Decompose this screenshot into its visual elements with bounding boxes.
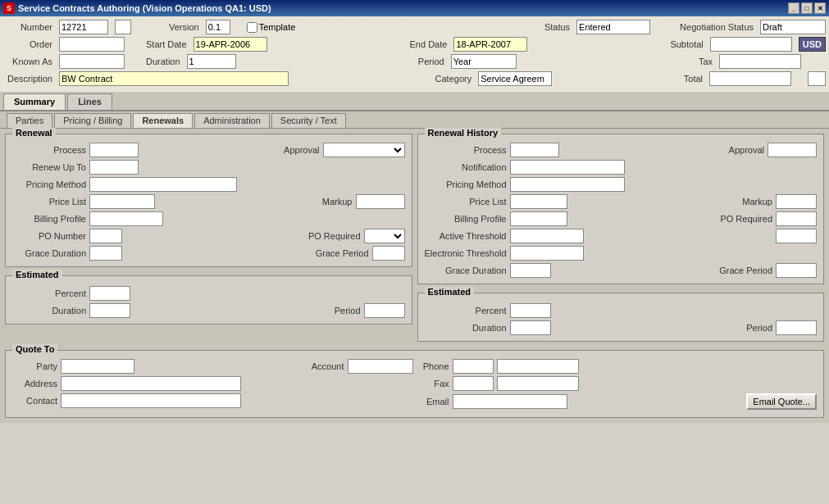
rh-process-label: Process (425, 145, 507, 155)
order-input[interactable] (59, 37, 125, 52)
tab-pricing-billing[interactable]: Pricing / Billing (54, 113, 131, 128)
account-label: Account (299, 361, 344, 371)
window-controls: _ □ ✕ (788, 2, 826, 14)
quote-to-title: Quote To (12, 344, 57, 354)
status-input[interactable] (576, 20, 650, 34)
hist-est-percent-label: Percent (425, 306, 507, 316)
total-input[interactable] (709, 71, 791, 86)
hist-est-duration-input[interactable] (510, 320, 551, 335)
est-period-input[interactable] (364, 303, 405, 318)
grace-period-input[interactable] (372, 246, 405, 261)
rh-grace-duration-input[interactable] (510, 263, 551, 278)
tab-administration[interactable]: Administration (194, 113, 270, 128)
hist-est-duration-label: Duration (425, 323, 507, 333)
price-list-input[interactable] (89, 194, 155, 209)
rh-pricing-method-input[interactable] (510, 177, 625, 192)
fax-label: Fax (417, 379, 449, 388)
end-date-input[interactable] (453, 37, 527, 52)
number-extra-input[interactable] (115, 20, 131, 34)
minimize-button[interactable]: _ (788, 2, 799, 14)
rh-grace-period-label: Grace Period (719, 266, 772, 275)
po-number-input[interactable] (89, 229, 122, 243)
template-checkbox[interactable] (247, 22, 257, 33)
usd-button[interactable]: USD (799, 37, 826, 52)
duration-input[interactable] (187, 54, 236, 69)
tab-parties[interactable]: Parties (7, 113, 52, 128)
party-input[interactable] (61, 359, 134, 374)
app-icon: S (3, 2, 15, 14)
history-estimated-title: Estimated (425, 287, 475, 297)
rh-pricing-method-label: Pricing Method (425, 179, 507, 189)
approval-label: Approval (275, 145, 320, 155)
tab-lines[interactable]: Lines (67, 93, 112, 110)
grace-duration-input[interactable] (89, 246, 122, 261)
est-duration-input[interactable] (89, 303, 130, 318)
negotiation-input[interactable] (760, 20, 826, 34)
description-label: Description (3, 74, 52, 84)
renewal-estimated-group: Estimated Percent Duration Period (5, 275, 412, 325)
start-date-input[interactable] (194, 37, 267, 52)
fax-input2[interactable] (497, 376, 579, 391)
rh-electronic-threshold-input[interactable] (510, 246, 584, 261)
category-input[interactable] (478, 71, 552, 86)
rh-markup-input[interactable] (776, 194, 817, 209)
est-percent-input[interactable] (89, 286, 130, 301)
po-number-label: PO Number (12, 231, 86, 241)
pricing-method-input[interactable] (89, 177, 237, 192)
markup-label: Markup (316, 197, 353, 207)
rh-notification-input[interactable] (510, 160, 625, 175)
markup-input[interactable] (356, 194, 405, 209)
number-label: Number (3, 22, 52, 32)
header-form: Number Version Template Status Negotiati… (0, 16, 829, 92)
phone-input1[interactable] (453, 359, 494, 374)
history-estimated-group: Estimated Percent Duration Period (417, 293, 825, 342)
number-input[interactable] (59, 20, 108, 34)
phone-label: Phone (417, 361, 449, 371)
known-as-label: Known As (3, 57, 52, 66)
account-input[interactable] (348, 359, 413, 374)
rh-price-list-input[interactable] (510, 194, 567, 209)
phone-input2[interactable] (497, 359, 579, 374)
tax-input[interactable] (719, 54, 801, 69)
rh-active-threshold-input2[interactable] (776, 229, 817, 243)
total-label: Total (684, 74, 703, 84)
rh-active-threshold-input[interactable] (510, 229, 584, 243)
period-input[interactable] (451, 54, 517, 69)
est-duration-label: Duration (12, 306, 86, 316)
rh-price-list-label: Price List (425, 197, 507, 207)
version-input[interactable] (206, 20, 230, 34)
description-input[interactable] (59, 71, 289, 86)
tab-renewals[interactable]: Renewals (133, 113, 193, 128)
contact-input[interactable] (61, 393, 241, 408)
close-button[interactable]: ✕ (814, 2, 826, 14)
template-checkbox-label: Template (247, 22, 296, 33)
rh-grace-period-input[interactable] (776, 263, 817, 278)
subtotal-input[interactable] (710, 37, 792, 52)
rh-billing-profile-label: Billing Profile (425, 214, 507, 224)
rh-approval-input[interactable] (768, 143, 817, 157)
approval-select[interactable] (323, 143, 405, 157)
grace-duration-label: Grace Duration (12, 248, 86, 258)
title-bar: S Service Contracts Authoring (Vision Op… (0, 0, 829, 16)
rh-po-required-input[interactable] (776, 211, 817, 226)
window-title: Service Contracts Authoring (Vision Oper… (18, 3, 271, 13)
hist-est-percent-input[interactable] (510, 303, 551, 318)
hist-est-period-input[interactable] (776, 320, 817, 335)
rh-process-input[interactable] (510, 143, 559, 157)
known-as-input[interactable] (59, 54, 125, 69)
tab-security-text[interactable]: Security / Text (271, 113, 346, 128)
email-input[interactable] (453, 394, 567, 409)
maximize-button[interactable]: □ (801, 2, 813, 14)
total-extra-input[interactable] (808, 71, 826, 86)
renewal-group: Renewal Process Approval Rene (5, 134, 412, 267)
fax-input1[interactable] (453, 376, 494, 391)
tab-summary[interactable]: Summary (3, 93, 66, 110)
email-quote-button[interactable]: Email Quote... (746, 393, 817, 410)
renew-up-to-input[interactable] (89, 160, 139, 175)
process-input[interactable] (89, 143, 139, 157)
billing-profile-input[interactable] (89, 211, 163, 226)
address-input[interactable] (61, 376, 241, 391)
po-required-select[interactable] (364, 229, 405, 243)
est-percent-label: Percent (12, 288, 86, 298)
rh-billing-profile-input[interactable] (510, 211, 567, 226)
